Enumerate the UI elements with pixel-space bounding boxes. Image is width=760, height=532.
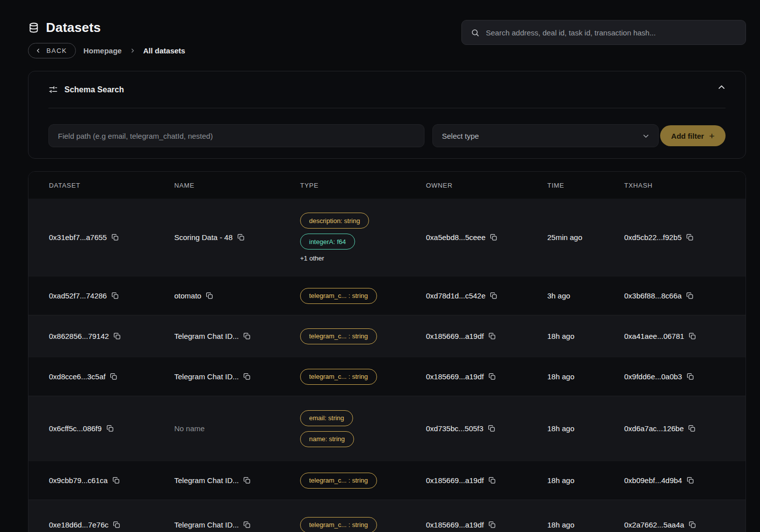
table-row[interactable]: 0xe18d6d...7e76c Telegram Chat ID... tel… xyxy=(28,500,746,532)
dataset-hash: 0xd8cce6...3c5af xyxy=(49,372,105,381)
field-path-input[interactable] xyxy=(48,124,424,147)
dataset-hash: 0x31ebf7...a7655 xyxy=(49,233,107,242)
time-label: 18h ago xyxy=(547,332,574,340)
type-badge: description: string xyxy=(300,213,369,229)
table-row[interactable]: 0x9cbb79...c61ca Telegram Chat ID... tel… xyxy=(28,461,746,500)
owner-hash: 0x185669...a19df xyxy=(426,372,484,381)
table-row[interactable]: 0xad52f7...74286 otomato telegram_c... :… xyxy=(28,276,746,315)
dataset-name: Telegram Chat ID... xyxy=(174,332,239,340)
table-row[interactable]: 0xd8cce6...3c5af Telegram Chat ID... tel… xyxy=(28,357,746,396)
copy-icon[interactable] xyxy=(686,292,694,299)
schema-search-header: Schema Search xyxy=(48,71,726,108)
copy-icon[interactable] xyxy=(689,332,696,340)
column-header-owner: OWNER xyxy=(426,182,547,189)
dataset-hash: 0xe18d6d...7e76c xyxy=(49,521,108,529)
sliders-icon xyxy=(48,85,58,94)
copy-icon[interactable] xyxy=(488,373,496,380)
copy-icon[interactable] xyxy=(243,373,251,380)
copy-icon[interactable] xyxy=(243,521,251,529)
type-badge: telegram_c... : string xyxy=(300,369,377,385)
table-row[interactable]: 0x6cff5c...086f9 No name email: string n… xyxy=(28,396,746,461)
dataset-hash: 0xad52f7...74286 xyxy=(49,291,107,300)
column-header-dataset: DATASET xyxy=(49,182,174,189)
copy-icon[interactable] xyxy=(490,234,497,241)
txhash: 0x2a7662...5aa4a xyxy=(624,521,684,529)
schema-filter-row: Select type Add filter + xyxy=(48,108,726,158)
txhash: 0xd6a7ac...126be xyxy=(624,424,684,433)
type-select[interactable]: Select type xyxy=(432,124,659,147)
type-badge: telegram_c... : string xyxy=(300,517,377,532)
copy-icon[interactable] xyxy=(113,332,121,340)
copy-icon[interactable] xyxy=(689,521,696,529)
chevron-up-icon[interactable] xyxy=(717,82,727,92)
back-button[interactable]: BACK xyxy=(28,43,76,58)
copy-icon[interactable] xyxy=(111,234,119,241)
copy-icon[interactable] xyxy=(106,425,114,432)
copy-icon[interactable] xyxy=(488,477,496,484)
dataset-name: Telegram Chat ID... xyxy=(174,372,239,381)
column-header-txhash: TXHASH xyxy=(624,182,746,189)
copy-icon[interactable] xyxy=(490,292,497,299)
owner-hash: 0xd78d1d...c542e xyxy=(426,291,485,300)
copy-icon[interactable] xyxy=(488,425,495,432)
owner-hash: 0x185669...a19df xyxy=(426,476,484,485)
copy-icon[interactable] xyxy=(687,477,694,484)
breadcrumb-all-datasets: All datasets xyxy=(143,46,185,55)
time-label: 18h ago xyxy=(547,372,574,381)
owner-hash: 0x185669...a19df xyxy=(426,332,484,340)
datasets-table: DATASET NAME TYPE OWNER TIME TXHASH 0x31… xyxy=(28,171,746,532)
chevron-left-icon xyxy=(35,47,41,54)
chevron-down-icon xyxy=(642,132,650,140)
owner-hash: 0xd735bc...505f3 xyxy=(426,424,483,433)
chevron-right-icon xyxy=(129,47,136,54)
copy-icon[interactable] xyxy=(243,332,251,340)
copy-icon[interactable] xyxy=(111,292,119,299)
time-label: 18h ago xyxy=(547,521,574,529)
type-badge: integerA: f64 xyxy=(300,234,355,250)
type-badge: telegram_c... : string xyxy=(300,288,377,304)
add-filter-button[interactable]: Add filter + xyxy=(660,125,726,146)
copy-icon[interactable] xyxy=(112,477,120,484)
txhash: 0x9fdd6e...0a0b3 xyxy=(624,372,682,381)
type-badge: email: string xyxy=(300,410,353,426)
copy-icon[interactable] xyxy=(688,425,696,432)
txhash: 0xd5cb22...f92b5 xyxy=(624,233,682,242)
type-select-value: Select type xyxy=(442,132,479,140)
type-badge: telegram_c... : string xyxy=(300,473,377,489)
dataset-hash: 0x9cbb79...c61ca xyxy=(49,476,108,485)
dataset-hash: 0x862856...79142 xyxy=(49,332,109,340)
copy-icon[interactable] xyxy=(110,373,117,380)
copy-icon[interactable] xyxy=(488,521,496,529)
breadcrumb: BACK Homepage All datasets xyxy=(28,43,746,58)
column-header-type: TYPE xyxy=(300,182,426,189)
time-label: 3h ago xyxy=(547,291,570,300)
dataset-name: Telegram Chat ID... xyxy=(174,521,239,529)
breadcrumb-homepage[interactable]: Homepage xyxy=(83,46,122,55)
copy-icon[interactable] xyxy=(237,234,245,241)
schema-search-panel: Schema Search Select type Add filter + xyxy=(28,71,746,159)
page-title: Datasets xyxy=(46,20,101,35)
copy-icon[interactable] xyxy=(113,521,120,529)
copy-icon[interactable] xyxy=(687,373,694,380)
type-badge: telegram_c... : string xyxy=(300,328,377,344)
txhash: 0x3b6f88...8c66a xyxy=(624,291,682,300)
copy-icon[interactable] xyxy=(243,477,251,484)
global-search[interactable] xyxy=(461,20,746,45)
txhash: 0xa41aee...06781 xyxy=(624,332,684,340)
search-input[interactable] xyxy=(486,28,737,37)
copy-icon[interactable] xyxy=(686,234,694,241)
page-header: Datasets BACK Homepage All datasets xyxy=(28,0,746,58)
table-row[interactable]: 0x31ebf7...a7655 Scoring Data - 48 descr… xyxy=(28,199,746,276)
copy-icon[interactable] xyxy=(206,292,213,299)
add-filter-label: Add filter xyxy=(671,132,704,140)
back-label: BACK xyxy=(46,47,67,54)
table-row[interactable]: 0x862856...79142 Telegram Chat ID... tel… xyxy=(28,315,746,357)
dataset-name: Telegram Chat ID... xyxy=(174,476,239,485)
table-header-row: DATASET NAME TYPE OWNER TIME TXHASH xyxy=(28,172,746,199)
type-badge: name: string xyxy=(300,431,354,447)
schema-search-title: Schema Search xyxy=(64,85,124,94)
copy-icon[interactable] xyxy=(488,332,496,340)
database-icon xyxy=(28,22,39,33)
dataset-name: otomato xyxy=(174,291,201,300)
time-label: 25min ago xyxy=(547,233,582,242)
